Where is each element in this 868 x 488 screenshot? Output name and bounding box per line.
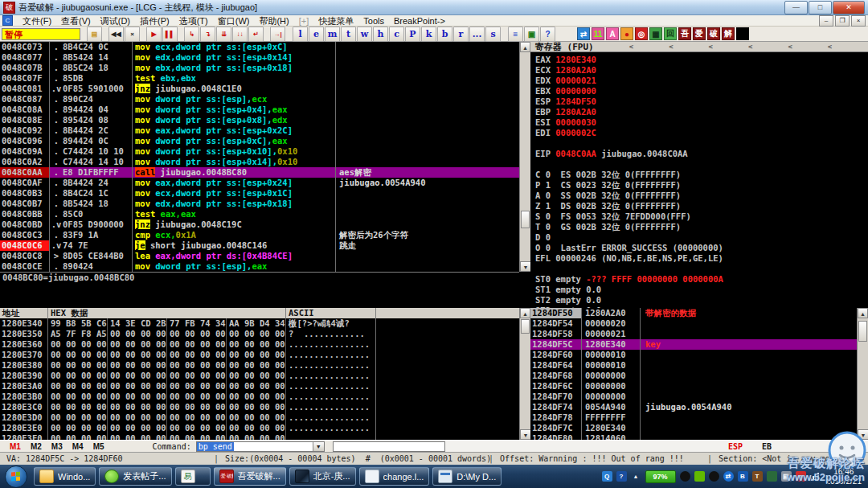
register-row[interactable]: ESI 00000030	[535, 117, 868, 128]
stack-row[interactable]: 1284DF6000000010	[530, 350, 858, 360]
close-window-icon[interactable]: ×	[125, 27, 140, 42]
animate-into-icon[interactable]: ⇊	[216, 27, 231, 42]
stack-scrollbar[interactable]: ▲ ▼	[857, 308, 868, 440]
dump-row[interactable]: 1280E3B000 00 00 0000 00 00 0000 00 00 0…	[0, 392, 519, 402]
bookmark-m1[interactable]: M1	[10, 442, 21, 451]
stack-row[interactable]: 1284DF6C00000000	[530, 381, 858, 392]
run-trace-window-button[interactable]: ...	[469, 27, 485, 42]
chevron-icon[interactable]: <	[669, 43, 673, 51]
menu-item[interactable]: 调试(D)	[96, 15, 135, 27]
ai-plugin-icon[interactable]: 爱	[693, 27, 706, 40]
taskbar-button[interactable]: 北京-庚...	[289, 467, 356, 486]
secondary-input[interactable]	[333, 441, 445, 452]
chevron-icon[interactable]: <	[629, 43, 633, 51]
register-row[interactable]: EBP 1280A2A0	[535, 107, 868, 117]
disasm-row[interactable]: 0048C08A.894424 04mov dword ptr ss:[esp+…	[0, 105, 519, 115]
rewind-icon[interactable]: ◀◀	[108, 27, 124, 42]
chevron-icon[interactable]: <	[788, 43, 792, 51]
source-window-button[interactable]: s	[485, 27, 501, 42]
menu-item[interactable]: 插件(P)	[135, 15, 174, 27]
menu-item[interactable]: 帮助(H)	[254, 15, 293, 27]
memory-window-button[interactable]: m	[325, 27, 340, 42]
menu-item[interactable]: [+]	[294, 15, 314, 27]
teamviewer-icon[interactable]: ⇄	[723, 471, 734, 482]
disasm-row[interactable]: 0048C0BB.85C0test eax,eax	[0, 209, 519, 219]
stack-row[interactable]: 1284DF5400000020	[530, 318, 858, 329]
qq-rotating-icon[interactable]: Q	[602, 471, 612, 482]
bookmark-m3[interactable]: M3	[51, 442, 63, 451]
clipboard-icon[interactable]: ▤	[781, 471, 792, 482]
dump-row[interactable]: 1280E34099 B8 5B C614 3E CD 2B77 FB 74 3…	[0, 318, 519, 329]
dump-row[interactable]: 1280E3F000 00 00 0000 00 00 0000 00 00 0…	[0, 433, 519, 440]
breakpoints-window-button[interactable]: b	[437, 27, 452, 42]
flag-row[interactable]: P 1 CS 0023 32位 0(FFFFFFFF)	[535, 180, 868, 191]
register-row[interactable]: EDI 0000002C	[535, 128, 868, 138]
disasm-row[interactable]: 0048C0BD.v0F85 D900000jnz jiubugao.0048C…	[0, 219, 519, 230]
eip-row[interactable]: EIP 0048C0AA jiubugao.0048C0AA	[535, 149, 868, 159]
taskbar-button[interactable]: 易	[175, 467, 211, 486]
taskbar-button[interactable]: 发表帖子...	[99, 467, 171, 486]
menu-item[interactable]: 快捷菜单	[313, 15, 358, 27]
disasm-row[interactable]: 0048C096.894424 0Cmov dword ptr ss:[esp+…	[0, 136, 519, 146]
qq-penguin-icon[interactable]	[709, 471, 719, 482]
disasm-row[interactable]: 0048C07B.8B5C24 18mov ebx,dword ptr ss:[…	[0, 63, 519, 73]
bluetooth-icon[interactable]: B	[738, 471, 748, 482]
disasm-row[interactable]: 0048C0A2.C74424 14 10mov dword ptr ss:[e…	[0, 157, 519, 167]
windows-window-button[interactable]: w	[357, 27, 372, 42]
mdi-close-button[interactable]: ×	[851, 15, 866, 27]
dump-row[interactable]: 1280E36000 00 00 0000 00 00 0000 00 00 0…	[0, 339, 519, 350]
disasm-row[interactable]: 0048C0B7.8B5424 18mov edx,dword ptr ss:[…	[0, 199, 519, 209]
menu-item[interactable]: Tools	[358, 15, 389, 27]
stack-row[interactable]: 1284DF7000000000	[530, 392, 858, 402]
disasm-row[interactable]: 0048C0AF.8B4424 24mov eax,dword ptr ss:[…	[0, 178, 519, 188]
swap-plugin-icon[interactable]: ⇄	[577, 27, 590, 40]
step-over-icon[interactable]: ↴	[200, 27, 215, 42]
open-file-icon[interactable]: ▤	[87, 27, 102, 42]
st-row[interactable]: ST2 empty 0.0	[535, 295, 868, 306]
network-signal-icon[interactable]	[810, 472, 819, 481]
dump-row[interactable]: 1280E3A000 00 00 0000 00 00 0000 00 00 0…	[0, 381, 519, 392]
target-plugin-icon[interactable]: ◎	[635, 27, 648, 40]
stack-row[interactable]: 1284DF6800000000	[530, 371, 858, 381]
goto-address-icon[interactable]: →|	[270, 27, 285, 42]
menu-item[interactable]: BreakPoint->	[389, 15, 450, 27]
help-icon[interactable]: ?	[540, 27, 555, 42]
audio-muted-icon[interactable]: ●	[796, 471, 806, 482]
dump-row[interactable]: 1280E39000 00 00 0000 00 00 0000 00 00 0…	[0, 371, 519, 381]
chevron-icon[interactable]: <	[709, 43, 713, 51]
dump-row[interactable]: 1280E3C000 00 00 0000 00 00 0000 00 00 0…	[0, 402, 519, 412]
stack-row[interactable]: 1284DF78FFFFFFFF	[530, 412, 858, 423]
dump-row[interactable]: 1280E350A5 7F F8 A500 00 00 0000 00 00 0…	[0, 329, 519, 339]
pause-icon[interactable]: ▌▌	[162, 27, 178, 42]
disasm-row[interactable]: 0048C0CE.890424mov dword ptr ss:[esp],ea…	[0, 261, 519, 272]
scroll-down-arrow[interactable]: ▼	[520, 429, 531, 440]
handles-window-button[interactable]: h	[373, 27, 388, 42]
taskbar-button[interactable]: 吾爱 破解吾爱破解...	[214, 467, 286, 486]
a-plugin-icon[interactable]: A	[606, 27, 619, 40]
registers-pane[interactable]: 寄存器 (FPU) < < < < < < EAX 1280E340ECX 12…	[530, 42, 868, 308]
scroll-thumb[interactable]	[521, 211, 530, 228]
flag-row[interactable]: O 0 LastErr ERROR_SUCCESS (00000000)	[535, 243, 868, 253]
command-dropdown-icon[interactable]: ▼	[313, 442, 324, 451]
title-bar[interactable]: 破 吾爱破解 - jiubugaosuni.exe - [LCG - 主线程, …	[0, 0, 868, 15]
register-row[interactable]: EBX 00000000	[535, 86, 868, 96]
register-row[interactable]: EDX 00000021	[535, 76, 868, 86]
disasm-row[interactable]: 0048C0C6.v74 7Eje short jiubugao.0048C14…	[0, 240, 519, 251]
step-into-icon[interactable]: ↳	[184, 27, 199, 42]
animate-over-icon[interactable]: ↓↓	[232, 27, 248, 42]
help-tray-icon[interactable]: ?	[616, 471, 627, 482]
patches-window-button[interactable]: P	[405, 27, 420, 42]
run-icon[interactable]: ▶	[146, 27, 162, 42]
close-button[interactable]: ✕	[833, 1, 865, 14]
bookmark-m4[interactable]: M4	[72, 442, 84, 451]
scroll-up-arrow[interactable]: ▲	[520, 42, 530, 52]
scroll-thumb[interactable]	[858, 321, 867, 342]
st0-row[interactable]: ST0 empty -??? FFFF 00000000 0000000A	[535, 274, 868, 285]
efl-row[interactable]: EFL 00000246 (NO,NB,E,BE,NS,PE,GE,LE)	[535, 253, 868, 264]
disasm-row[interactable]: 0048C08E.895424 08mov dword ptr ss:[esp+…	[0, 115, 519, 125]
dump-pane[interactable]: 地址 HEX 数据 ASCII 1280E34099 B8 5B C614 3E…	[0, 308, 519, 440]
jie-plugin-icon[interactable]: 解	[722, 27, 735, 40]
power-mode-icon[interactable]	[680, 471, 690, 482]
flag-row[interactable]: Z 1 DS 002B 32位 0(FFFFFFFF)	[535, 201, 868, 211]
stack-row[interactable]: 1284DF7C1280E340	[530, 423, 858, 433]
